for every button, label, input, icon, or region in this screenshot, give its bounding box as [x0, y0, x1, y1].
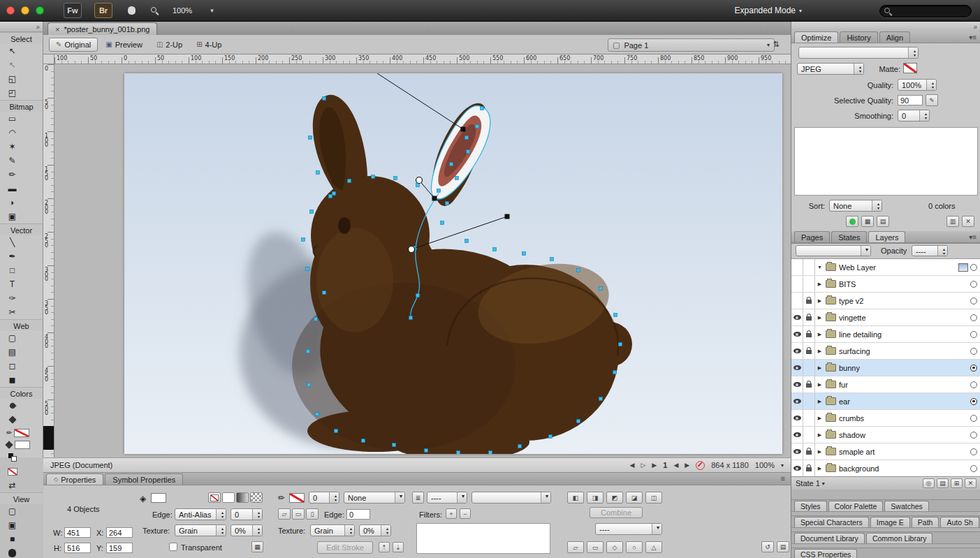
window-close-button[interactable] — [6, 6, 15, 15]
layer-select-indicator[interactable] — [970, 264, 977, 271]
layer-lock-toggle[interactable] — [803, 427, 815, 443]
view-tab-4up[interactable]: ⊞ 4-Up — [190, 38, 228, 51]
stroke-color-chip[interactable] — [289, 493, 305, 503]
layer-visibility-toggle[interactable] — [791, 276, 803, 292]
panel-menu-icon[interactable]: ≡ — [781, 474, 785, 483]
search-box[interactable] — [879, 5, 972, 17]
page-select[interactable]: ▢ Page 1 ▾ — [608, 38, 775, 52]
layer-row[interactable]: ▶line detailing — [791, 326, 980, 343]
layer-row[interactable]: ▶ear — [791, 393, 980, 410]
stroke-size-field[interactable]: 0 — [309, 492, 339, 504]
layer-select-indicator[interactable] — [970, 398, 977, 405]
layer-select-indicator[interactable] — [970, 415, 977, 422]
opacity-field[interactable]: ---- — [912, 245, 948, 256]
swap-colors-button[interactable]: ⇄ — [3, 478, 22, 492]
path-preset-select[interactable]: ---- — [595, 523, 662, 535]
layer-lock-toggle[interactable] — [803, 276, 815, 292]
layer-select-indicator[interactable] — [970, 314, 977, 321]
width-field[interactable]: 451 — [64, 527, 91, 538]
texture-swatch-button[interactable]: ▦ — [251, 541, 263, 552]
selective-quality-edit-button[interactable]: ✎ — [926, 94, 938, 106]
onion-skin-button[interactable]: ◎ — [923, 478, 935, 488]
transparency-button[interactable] — [846, 216, 858, 227]
panel-tab-auto-sh[interactable]: Auto Sh — [940, 517, 979, 527]
panel-tab-styles[interactable]: Styles — [794, 501, 827, 511]
layer-select-indicator[interactable] — [970, 432, 977, 439]
height-field[interactable]: 516 — [64, 543, 91, 553]
state-bar-label[interactable]: State 1 — [796, 479, 820, 487]
tab-pages[interactable]: Pages — [794, 231, 830, 242]
tools-panel-collapse[interactable]: » — [0, 22, 43, 32]
layer-expand-toggle[interactable]: ▶ — [815, 466, 824, 471]
eraser-tool[interactable]: ▬ — [3, 182, 22, 196]
fill-pattern-button[interactable] — [250, 492, 263, 503]
layer-row[interactable]: ▶smaple art — [791, 443, 980, 460]
text-tool[interactable]: T — [3, 277, 22, 291]
layer-row[interactable]: ▶shadow — [791, 427, 980, 443]
layer-lock-toggle[interactable] — [803, 343, 815, 359]
punch-button[interactable]: ◪ — [626, 492, 643, 504]
layer-visibility-toggle[interactable] — [791, 410, 803, 426]
previous-state-button[interactable]: ◀ — [673, 462, 678, 469]
layer-visibility-toggle[interactable] — [791, 360, 803, 376]
layer-expand-toggle[interactable]: ▶ — [815, 382, 824, 388]
filter-menu-button[interactable]: ≣ — [412, 492, 424, 504]
stroke-pencil-icon[interactable]: ✏ — [278, 493, 285, 503]
union-button[interactable]: ◧ — [567, 492, 584, 504]
layer-visibility-toggle[interactable] — [791, 343, 803, 359]
stop-icon[interactable] — [696, 461, 705, 470]
last-state-button[interactable]: ▶ — [652, 462, 657, 469]
layer-expand-toggle[interactable]: ▶ — [815, 315, 824, 321]
add-filter-button[interactable]: + — [446, 508, 457, 519]
layer-select-indicator[interactable] — [970, 348, 977, 355]
panel-tab-image-e[interactable]: Image E — [870, 517, 910, 527]
eyedropper-tool[interactable] — [3, 399, 22, 413]
layer-select-indicator[interactable] — [970, 331, 977, 338]
export-format-select[interactable]: JPEG — [797, 63, 864, 75]
panel-menu-icon[interactable]: ▾≡ — [969, 233, 977, 241]
layer-lock-toggle[interactable] — [803, 410, 815, 426]
crop-path-button[interactable]: ◫ — [645, 492, 662, 504]
tab-align[interactable]: Align — [879, 31, 910, 43]
stroke-outside-button[interactable]: ▯ — [306, 508, 319, 520]
intersect-button[interactable]: ◩ — [606, 492, 623, 504]
show-slices-button[interactable]: ◼ — [3, 373, 22, 387]
layer-lock-toggle[interactable] — [803, 326, 815, 342]
layer-expand-toggle[interactable]: ▼ — [815, 265, 824, 270]
layer-visibility-toggle[interactable] — [791, 259, 803, 275]
layer-visibility-toggle[interactable] — [791, 460, 803, 476]
panel-tab-special-characters[interactable]: Special Characters — [794, 517, 869, 527]
crop-tool[interactable]: ◰ — [3, 86, 22, 100]
stroke-center-button[interactable]: ▭ — [292, 508, 305, 520]
layer-row[interactable]: ▶type v2 — [791, 293, 980, 309]
layer-expand-toggle[interactable]: ▶ — [815, 281, 824, 287]
first-state-button[interactable]: ◀ — [629, 462, 634, 469]
layer-row[interactable]: ▶background — [791, 460, 980, 477]
remap-color-button[interactable]: ▤ — [877, 216, 889, 227]
filter-list-select[interactable] — [471, 492, 551, 504]
tab-states[interactable]: States — [831, 231, 867, 242]
hand-tool[interactable] — [3, 546, 22, 558]
layer-lock-toggle[interactable] — [803, 309, 815, 325]
rectangle-tool[interactable]: □ — [3, 263, 22, 277]
subtract-button[interactable]: ◨ — [587, 492, 604, 504]
view-tab-2up[interactable]: ◫ 2-Up — [150, 38, 189, 51]
properties-extra-button-2[interactable]: ▤ — [777, 541, 789, 552]
layer-lock-toggle[interactable] — [803, 293, 815, 309]
canvas[interactable] — [124, 73, 782, 454]
layer-select-indicator[interactable] — [970, 365, 977, 372]
hand-icon[interactable] — [128, 6, 136, 15]
panel-tab-document-library[interactable]: Document Library — [794, 533, 865, 543]
pen-tool[interactable]: ✒ — [3, 249, 22, 263]
canvas-viewport[interactable]: 05 01 0 01 5 02 0 02 5 03 0 03 5 04 0 04… — [43, 64, 791, 457]
view-tab-preview[interactable]: ▣ Preview — [99, 38, 149, 51]
stroke-order-down-button[interactable]: ⇣ — [393, 542, 404, 552]
paint-bucket-tool[interactable] — [3, 413, 22, 427]
subselection-tool[interactable]: ↖ — [3, 58, 22, 72]
distribute-to-states-button[interactable]: ▤ — [937, 478, 949, 488]
full-screen-with-menus-button[interactable]: ▣ — [3, 518, 22, 532]
path-edit-button-3[interactable]: ◇ — [606, 541, 623, 553]
sort-select[interactable]: None — [829, 200, 882, 212]
hotspot-tool[interactable]: ▢ — [3, 331, 22, 345]
combine-button[interactable]: Combine — [590, 507, 643, 518]
